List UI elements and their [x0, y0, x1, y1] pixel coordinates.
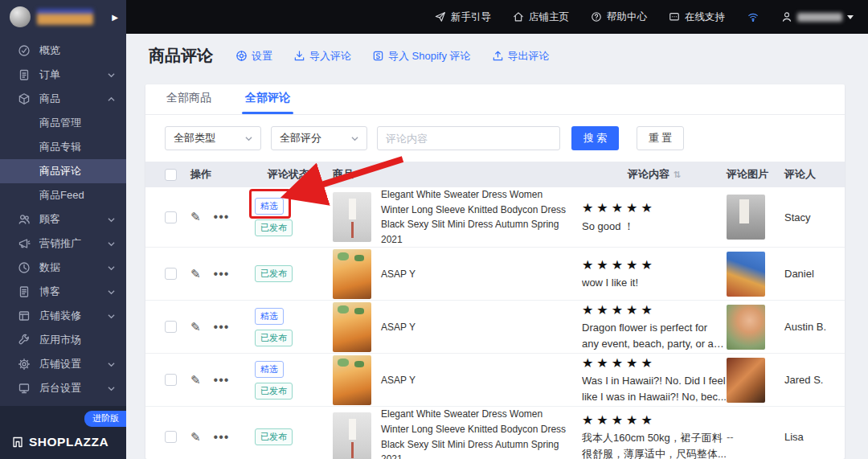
- reset-button[interactable]: 重置: [637, 126, 684, 150]
- import-reviews-button[interactable]: 导入评论: [293, 49, 351, 64]
- reviewer-name: Stacy: [784, 211, 845, 223]
- sidebar-item-product-management[interactable]: 商品管理: [0, 111, 126, 135]
- shoplazza-logo: SHOPLAZZA: [11, 435, 108, 449]
- store-switcher[interactable]: ▶: [0, 0, 126, 34]
- chevron-down-icon: [108, 289, 115, 295]
- sidebar-item-label: 商品Feed: [39, 188, 115, 203]
- online-support-label: 在线支持: [685, 10, 725, 24]
- row-checkbox[interactable]: [165, 321, 177, 333]
- plan-badge[interactable]: 进阶版: [84, 411, 126, 427]
- edit-icon[interactable]: ✎: [190, 210, 201, 224]
- tab-all-reviews[interactable]: 全部评论: [245, 91, 290, 114]
- sidebar-item-blog[interactable]: 博客: [0, 280, 126, 304]
- review-text: 我本人160cm 50kg，裙子面料很舒服，薄厚适中，尺码整体...: [582, 430, 727, 459]
- star-rating: ★★★★★: [582, 200, 656, 215]
- product-title: Elegant White Sweater Dress Women Winter…: [381, 407, 572, 459]
- type-filter-select[interactable]: 全部类型: [165, 126, 261, 150]
- wrench-icon: [18, 334, 31, 346]
- review-image[interactable]: [727, 252, 765, 297]
- page-actions: 设置 导入评论 导入 Shopify 评论 导出评论: [235, 49, 550, 64]
- table-row: ✎ ••• 精选 已发布 ASAP Y ★★★★★ Dragon flower …: [145, 301, 845, 354]
- chevron-up-icon: [108, 96, 115, 102]
- col-content[interactable]: 评论内容 ⇅: [628, 167, 681, 182]
- wifi-icon: [747, 11, 760, 23]
- gear-icon: [18, 358, 31, 371]
- review-text: Was I in Hawaii?! No. Did I feel like I …: [582, 373, 727, 404]
- sidebar-item-orders[interactable]: 订单: [0, 63, 126, 87]
- sidebar-item-customers[interactable]: 顾客: [0, 207, 126, 232]
- sidebar-item-analytics[interactable]: 数据: [0, 256, 126, 280]
- top-bar: ▶ 新手引导 店铺主页 帮助中心 在线支持: [0, 0, 868, 34]
- reviewer-name: Jared S.: [784, 374, 845, 386]
- guide-link[interactable]: 新手引导: [435, 10, 491, 24]
- row-checkbox[interactable]: [165, 268, 177, 280]
- edit-icon[interactable]: ✎: [190, 320, 201, 334]
- review-image[interactable]: [727, 358, 765, 403]
- edit-icon[interactable]: ✎: [190, 430, 201, 445]
- sidebar-item-backend-settings[interactable]: 后台设置: [0, 376, 126, 400]
- sidebar-item-label: 后台设置: [39, 381, 99, 395]
- review-image[interactable]: [727, 305, 765, 350]
- more-actions-icon[interactable]: •••: [214, 213, 230, 221]
- row-checkbox[interactable]: [165, 374, 177, 386]
- rating-filter-select[interactable]: 全部评分: [271, 126, 367, 150]
- store-name-redacted: [37, 9, 93, 25]
- sidebar-item-label: 商品管理: [39, 116, 115, 130]
- chat-icon: [669, 11, 680, 23]
- sidebar-item-overview[interactable]: 概览: [0, 39, 126, 63]
- no-review-image: --: [727, 431, 734, 443]
- network-status[interactable]: [747, 11, 760, 23]
- more-actions-icon[interactable]: •••: [214, 323, 230, 331]
- review-content-input[interactable]: [377, 126, 560, 150]
- chevron-down-icon: [847, 15, 854, 19]
- export-reviews-button[interactable]: 导出评论: [492, 49, 550, 64]
- type-filter-value: 全部类型: [174, 131, 215, 145]
- monitor-icon: [18, 382, 31, 395]
- rating-filter-value: 全部评分: [280, 131, 321, 145]
- page-title: 商品评论: [149, 45, 213, 67]
- edit-icon[interactable]: ✎: [190, 373, 201, 387]
- sidebar-item-store-design[interactable]: 店铺装修: [0, 304, 126, 328]
- expand-arrow-icon[interactable]: ▶: [112, 13, 118, 22]
- customers-icon: [18, 213, 31, 226]
- tab-all-products[interactable]: 全部商品: [166, 91, 211, 114]
- store-home-link[interactable]: 店铺主页: [513, 10, 569, 24]
- user-name-redacted: [797, 13, 842, 22]
- review-image[interactable]: [727, 195, 765, 240]
- row-checkbox[interactable]: [165, 431, 177, 443]
- guide-label: 新手引导: [451, 10, 491, 24]
- table-row: ✎ ••• 已发布 Elegant White Sweater Dress Wo…: [145, 407, 845, 459]
- chevron-down-icon: [351, 136, 358, 141]
- edit-icon[interactable]: ✎: [190, 267, 201, 281]
- annotation-arrow: [272, 150, 416, 206]
- more-actions-icon[interactable]: •••: [214, 376, 230, 384]
- import-shopify-reviews-button[interactable]: 导入 Shopify 评论: [372, 49, 471, 64]
- sidebar-item-store-settings[interactable]: 店铺设置: [0, 352, 126, 376]
- search-button[interactable]: 搜索: [571, 126, 619, 150]
- select-all-checkbox[interactable]: [165, 169, 177, 181]
- sidebar-item-marketing[interactable]: 营销推广: [0, 232, 126, 256]
- chevron-down-icon: [108, 386, 115, 391]
- online-support-link[interactable]: 在线支持: [669, 10, 725, 24]
- help-center-link[interactable]: 帮助中心: [591, 10, 647, 24]
- download-icon: [293, 50, 305, 62]
- table-row: ✎ ••• 精选 已发布 ASAP Y ★★★★★ Was I in Hawai…: [145, 354, 845, 407]
- more-actions-icon[interactable]: •••: [214, 433, 230, 441]
- product-image: [333, 302, 371, 352]
- product-title: ASAP Y: [381, 267, 572, 282]
- chevron-down-icon: [245, 136, 252, 141]
- export-reviews-label: 导出评论: [508, 49, 550, 64]
- overview-icon: [18, 44, 31, 57]
- settings-button[interactable]: 设置: [235, 49, 272, 64]
- sidebar-item-product-collections[interactable]: 商品专辑: [0, 135, 126, 159]
- sidebar-item-product-feed[interactable]: 商品Feed: [0, 183, 126, 207]
- col-reviewer: 评论人: [784, 167, 816, 182]
- sidebar-item-products[interactable]: 商品: [0, 87, 126, 111]
- help-icon: [591, 11, 602, 23]
- upload-icon: [492, 50, 504, 62]
- more-actions-icon[interactable]: •••: [214, 270, 230, 278]
- row-checkbox[interactable]: [165, 211, 177, 223]
- sidebar-item-product-reviews[interactable]: 商品评论: [0, 159, 126, 183]
- sidebar-item-app-market[interactable]: 应用市场: [0, 328, 126, 352]
- account-menu[interactable]: [781, 11, 854, 23]
